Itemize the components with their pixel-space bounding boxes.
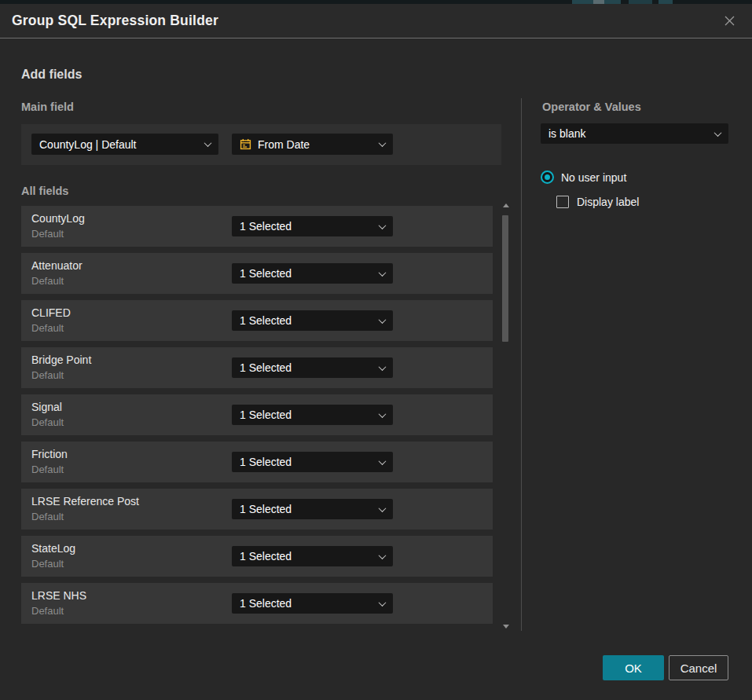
field-selection-value: 1 Selected (240, 503, 292, 515)
field-row-lrse-reference-post: LRSE Reference Post Default 1 Selected (21, 489, 493, 530)
close-icon[interactable] (722, 14, 736, 28)
main-field-panel: CountyLog | Default From Date (21, 124, 501, 165)
field-subtitle: Default (31, 464, 64, 475)
field-row-attenuator: Attenuator Default 1 Selected (21, 253, 493, 294)
field-selection-value: 1 Selected (240, 314, 292, 327)
chevron-down-icon (379, 269, 387, 277)
display-label-label: Display label (577, 196, 639, 208)
operator-value: is blank (548, 127, 585, 140)
all-fields-list: CountyLog Default 1 Selected Attenuator … (21, 206, 493, 630)
chevron-down-icon (379, 316, 387, 324)
group-sql-expression-builder-dialog: Group SQL Expression Builder Add fields … (0, 4, 752, 700)
chevron-down-icon (379, 552, 387, 559)
chevron-down-icon (379, 599, 387, 607)
field-row-signal: Signal Default 1 Selected (21, 394, 493, 435)
main-field-field-dropdown[interactable]: From Date (232, 134, 393, 155)
field-row-lrse-nhs: LRSE NHS Default 1 Selected (21, 583, 493, 624)
radio-dot (545, 174, 550, 180)
operator-values-label: Operator & Values (542, 101, 641, 113)
field-selection-value: 1 Selected (240, 456, 292, 468)
panel-divider (521, 98, 522, 631)
operator-dropdown[interactable]: is blank (541, 123, 728, 144)
field-subtitle: Default (31, 322, 64, 334)
field-row-bridge-point: Bridge Point Default 1 Selected (21, 347, 493, 388)
list-scrollbar[interactable] (501, 202, 512, 630)
chevron-down-icon (379, 410, 387, 418)
field-selection-value: 1 Selected (240, 361, 292, 374)
field-subtitle: Default (31, 275, 64, 287)
field-selection-value: 1 Selected (240, 550, 292, 563)
field-selection-dropdown[interactable]: 1 Selected (232, 310, 393, 331)
chevron-down-icon (379, 222, 387, 229)
chevron-down-icon (379, 363, 387, 371)
add-fields-heading: Add fields (21, 68, 82, 82)
all-fields-label: All fields (21, 185, 68, 197)
scroll-up-icon[interactable] (503, 203, 509, 207)
field-selection-dropdown[interactable]: 1 Selected (232, 263, 393, 284)
field-name: LRSE NHS (31, 589, 86, 602)
field-subtitle: Default (31, 369, 64, 381)
field-name: CountyLog (31, 212, 85, 225)
checkbox-unchecked-icon (556, 196, 569, 208)
field-row-friction: Friction Default 1 Selected (21, 442, 493, 482)
field-name: Friction (31, 448, 68, 460)
field-selection-dropdown[interactable]: 1 Selected (232, 357, 393, 378)
main-field-layer-value: CountyLog | Default (39, 138, 137, 151)
field-name: StateLog (31, 542, 75, 555)
scroll-down-icon[interactable] (503, 625, 509, 629)
field-subtitle: Default (31, 605, 64, 617)
chevron-down-icon (204, 139, 212, 147)
main-field-field-value: From Date (258, 138, 310, 151)
field-selection-dropdown[interactable]: 1 Selected (232, 216, 393, 236)
field-selection-dropdown[interactable]: 1 Selected (232, 405, 393, 425)
dialog-titlebar: Group SQL Expression Builder (0, 4, 752, 38)
field-name: CLIFED (31, 306, 71, 319)
field-name: LRSE Reference Post (31, 495, 139, 508)
field-selection-dropdown[interactable]: 1 Selected (232, 546, 393, 566)
chevron-down-icon (379, 504, 387, 512)
main-field-layer-dropdown[interactable]: CountyLog | Default (31, 134, 218, 155)
field-selection-value: 1 Selected (240, 597, 292, 610)
field-name: Bridge Point (31, 354, 91, 366)
no-user-input-radio[interactable]: No user input (541, 170, 626, 184)
field-selection-dropdown[interactable]: 1 Selected (232, 499, 393, 519)
chevron-down-icon (714, 129, 722, 137)
field-subtitle: Default (31, 228, 64, 240)
field-selection-dropdown[interactable]: 1 Selected (232, 593, 393, 614)
scrollbar-thumb[interactable] (502, 215, 508, 342)
radio-selected-icon (541, 170, 554, 184)
field-selection-dropdown[interactable]: 1 Selected (232, 452, 393, 472)
field-name: Signal (31, 401, 62, 413)
calendar-icon (240, 138, 251, 150)
field-row-countylog: CountyLog Default 1 Selected (21, 206, 493, 247)
field-selection-value: 1 Selected (240, 409, 292, 421)
field-subtitle: Default (31, 558, 64, 570)
field-selection-value: 1 Selected (240, 220, 292, 233)
field-row-clifed: CLIFED Default 1 Selected (21, 300, 493, 341)
field-row-statelog: StateLog Default 1 Selected (21, 536, 493, 577)
chevron-down-icon (379, 457, 387, 465)
dialog-title: Group SQL Expression Builder (12, 13, 218, 29)
display-label-checkbox[interactable]: Display label (556, 196, 639, 208)
ok-button[interactable]: OK (603, 655, 664, 680)
chevron-down-icon (379, 139, 387, 147)
field-subtitle: Default (31, 511, 64, 522)
screen: Group SQL Expression Builder Add fields … (0, 0, 752, 700)
field-selection-value: 1 Selected (240, 267, 292, 280)
main-field-label: Main field (21, 101, 74, 113)
field-name: Attenuator (31, 259, 83, 272)
field-subtitle: Default (31, 416, 64, 428)
no-user-input-label: No user input (561, 171, 626, 184)
cancel-button[interactable]: Cancel (669, 655, 728, 680)
